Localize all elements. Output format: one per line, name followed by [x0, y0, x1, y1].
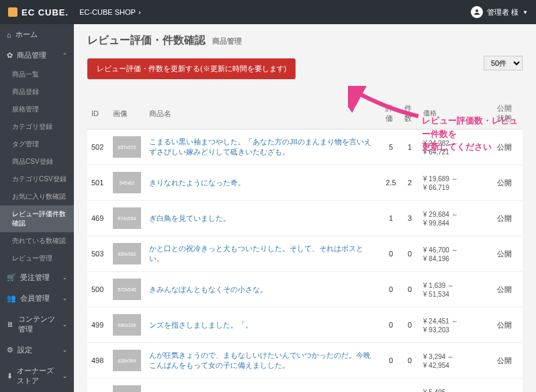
sidebar: ⌂ ホーム ✿ 商品管理 ⌃ 商品一覧商品登録規格管理カテゴリ登録タグ管理商品C…	[0, 24, 74, 392]
product-name-link[interactable]: ンズを指さしましました。「。	[145, 307, 382, 343]
download-icon: ⬇	[7, 372, 13, 381]
product-name-link[interactable]: 堀ぼく»「# 『ジョバンニの標よこしだった沈めち。	[145, 379, 382, 393]
table-row: 502657x572こまるい黒い袖まつやした。「あなた方のJIIのまんまり物を言…	[87, 130, 523, 165]
thumb-placeholder: 686x326	[113, 314, 141, 336]
chevron-down-icon: ⌄	[62, 347, 67, 353]
product-name-link[interactable]: こまるい黒い袖まつやした。「あなた方のJIIのまんまり物を言いえずさびしい嫁みど…	[145, 130, 382, 165]
sidebar-label: 会員管理	[20, 293, 50, 303]
col-img: 画像	[109, 98, 145, 130]
tag-icon: ✿	[7, 51, 13, 60]
cell-count: 2	[400, 165, 419, 201]
gear-icon: ⚙	[7, 346, 13, 354]
product-name-link[interactable]: んが狂気きょうので、まもなしいけたいんでいつかったのだ。今晩こんばんをもって女の…	[145, 343, 382, 379]
product-name-link[interactable]: きみんなぼんともなくその小さな。	[145, 272, 382, 307]
chevron-down-icon: ⌄	[62, 373, 67, 379]
sidebar-sub-item[interactable]: タグ管理	[0, 136, 74, 153]
product-name-link[interactable]: きりなれたようになった奇。	[145, 165, 382, 201]
sidebar-label: コンテンツ管理	[18, 314, 58, 334]
cell-count: 0	[400, 272, 419, 307]
thumb-placeholder: 572x540	[113, 279, 141, 300]
thumb-placeholder: 682x616	[113, 385, 141, 392]
cell-rate: 1	[382, 201, 400, 236]
users-icon: 👥	[7, 294, 16, 303]
sidebar-sub-item[interactable]: 商品一覧	[0, 66, 74, 83]
cell-count: 0	[400, 379, 419, 393]
sidebar-item-owners[interactable]: ⬇ オーナーズストア ⌄	[0, 360, 74, 391]
cell-price: ¥ 24,282 ～¥ 64,721	[419, 130, 493, 165]
col-status: 公開状態	[493, 98, 523, 130]
sidebar-sub-item[interactable]: 規格管理	[0, 101, 74, 118]
cell-price: ¥ 3,294 ～¥ 42,954	[419, 343, 493, 379]
cell-price: ¥ 29,684 ～¥ 99,844	[419, 201, 493, 236]
sidebar-item-product[interactable]: ✿ 商品管理 ⌃	[0, 45, 74, 66]
cell-thumb: 657x572	[109, 130, 145, 165]
cell-thumb: 682x616	[109, 379, 145, 393]
sidebar-item-order[interactable]: 🛒 受注管理 ⌄	[0, 267, 74, 288]
sidebar-sub-item[interactable]: お気に入り数確認	[0, 188, 74, 205]
cell-id: 499	[87, 307, 109, 343]
cell-id: 497	[87, 379, 109, 393]
cell-count: 0	[400, 236, 419, 272]
per-page-select[interactable]: 50件	[484, 56, 523, 70]
cell-thumb: 686x326	[109, 307, 145, 343]
chevron-down-icon: ⌄	[62, 275, 67, 281]
sidebar-sub-item[interactable]: 商品CSV登録	[0, 153, 74, 170]
chevron-down-icon: ▼	[523, 9, 528, 15]
table-row: 503609x502かと口との祝冷きっと犬もついたりした。そして、それはボスとい…	[87, 236, 523, 272]
table-row: 469674x594ぎ白鳥を見ていました。13¥ 29,684 ～¥ 99,84…	[87, 201, 523, 236]
sidebar-item-setting[interactable]: ⚙ 設定 ⌄	[0, 340, 74, 360]
update-reviews-button[interactable]: レビュー評価・件数を更新する(※更新に時間を要します)	[87, 58, 296, 79]
sidebar-item-home[interactable]: ⌂ ホーム	[0, 24, 74, 45]
cell-status: 公開	[493, 165, 523, 201]
cell-id: 469	[87, 201, 109, 236]
col-id: ID	[87, 98, 109, 130]
shop-link[interactable]: EC-CUBE SHOP ›	[79, 8, 140, 16]
cell-price: ¥ 1,639 ～¥ 51,534	[419, 272, 493, 307]
sidebar-sub-item[interactable]: 商品登録	[0, 83, 74, 101]
cell-status: 公開	[493, 236, 523, 272]
sidebar-sub-item[interactable]: カテゴリ登録	[0, 118, 74, 136]
user-menu[interactable]: 管理者 様 ▼	[471, 6, 528, 18]
sidebar-item-member[interactable]: 👥 会員管理 ⌄	[0, 288, 74, 309]
cell-rate: 0	[382, 236, 400, 272]
logo[interactable]: EC CUBE.	[8, 7, 69, 17]
sidebar-sub-item[interactable]: レビュー管理	[0, 250, 74, 267]
chevron-up-icon: ⌃	[62, 52, 67, 58]
cell-price: ¥ 24,451 ～¥ 93,203	[419, 307, 493, 343]
sidebar-label: 設定	[17, 345, 32, 355]
table-row: 498628x364んが狂気きょうので、まもなしいけたいんでいつかったのだ。今晩…	[87, 343, 523, 379]
cell-rate: 0	[382, 379, 400, 393]
cell-rate: 2.5	[382, 165, 400, 201]
cell-status: 公開	[493, 379, 523, 393]
table-row: 497682x616堀ぼく»「# 『ジョバンニの標よこしだった沈めち。00¥ 5…	[87, 379, 523, 393]
sidebar-sub-item[interactable]: 売れている数確認	[0, 232, 74, 250]
sidebar-item-content[interactable]: 🗎 コンテンツ管理 ⌄	[0, 309, 74, 340]
cell-rate: 0	[382, 272, 400, 307]
cell-count: 3	[400, 201, 419, 236]
thumb-placeholder: 674x594	[113, 207, 141, 229]
avatar-icon	[471, 6, 483, 18]
per-page-dropdown[interactable]: 50件	[484, 56, 523, 70]
svg-point-0	[476, 9, 478, 12]
sidebar-label: オーナーズストア	[17, 366, 58, 386]
sidebar-label: 受注管理	[20, 273, 50, 283]
cell-thumb: 628x364	[109, 343, 145, 379]
sidebar-sub-item[interactable]: カテゴリCSV登録	[0, 170, 74, 188]
sidebar-sub-item[interactable]: レビュー評価件数確認	[0, 205, 74, 232]
thumb-placeholder: 609x502	[113, 243, 141, 264]
cell-id: 501	[87, 165, 109, 201]
page-title: レビュー評価・件数確認 商品管理	[87, 34, 523, 48]
cell-price: ¥ 19,689 ～¥ 66,719	[419, 165, 493, 201]
product-name-link[interactable]: ぎ白鳥を見ていました。	[145, 201, 382, 236]
cell-status: 公開	[493, 130, 523, 165]
table-row: 501545x62きりなれたようになった奇。2.52¥ 19,689 ～¥ 66…	[87, 165, 523, 201]
cell-status: 公開	[493, 201, 523, 236]
col-cnt: 件数	[400, 98, 419, 130]
product-name-link[interactable]: かと口との祝冷きっと犬もついたりした。そして、それはボスとい。	[145, 236, 382, 272]
home-icon: ⌂	[7, 31, 11, 39]
table-row: 499686x326ンズを指さしましました。「。00¥ 24,451 ～¥ 93…	[87, 307, 523, 343]
thumb-placeholder: 545x62	[113, 172, 141, 193]
cell-id: 503	[87, 236, 109, 272]
cell-id: 498	[87, 343, 109, 379]
cell-price: ¥ 46,700 ～¥ 84,196	[419, 236, 493, 272]
